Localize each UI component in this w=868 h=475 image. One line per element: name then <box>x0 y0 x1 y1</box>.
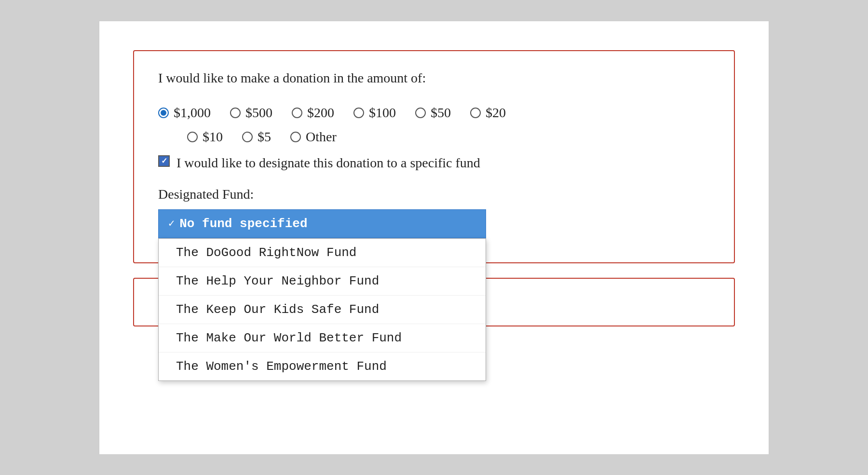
page-container: I would like to make a donation in the a… <box>99 21 769 455</box>
radio-200[interactable] <box>292 108 302 118</box>
fund-dropdown-options: The DoGood RightNow Fund The Help Your N… <box>158 238 486 381</box>
selected-fund-text: No fund specified <box>179 217 307 231</box>
designated-fund-label: Designated Fund: <box>158 187 710 202</box>
radio-1000[interactable] <box>158 108 169 118</box>
label-1000: $1,000 <box>174 105 211 121</box>
label-other: Other <box>306 129 337 145</box>
donation-title: I would like to make a donation in the a… <box>158 70 710 86</box>
radio-500[interactable] <box>230 108 241 118</box>
radio-20[interactable] <box>470 108 481 118</box>
amount-50[interactable]: $50 <box>415 105 451 121</box>
radio-50[interactable] <box>415 108 426 118</box>
fund-dropdown-container: ✓ No fund specified The DoGood RightNow … <box>158 209 486 238</box>
amount-1000[interactable]: $1,000 <box>158 105 211 121</box>
designate-checkbox[interactable] <box>158 155 170 167</box>
option-world-better[interactable]: The Make Our World Better Fund <box>159 324 486 353</box>
label-50: $50 <box>431 105 451 121</box>
donation-section: I would like to make a donation in the a… <box>133 50 735 263</box>
fund-dropdown-selected[interactable]: ✓ No fund specified <box>158 209 486 238</box>
label-200: $200 <box>307 105 334 121</box>
label-500: $500 <box>245 105 272 121</box>
amount-row-2: $10 $5 Other <box>158 129 710 145</box>
radio-100[interactable] <box>353 108 364 118</box>
label-100: $100 <box>369 105 396 121</box>
radio-10[interactable] <box>187 132 198 142</box>
amount-row-1: $1,000 $500 $200 $100 $50 $20 <box>158 105 710 121</box>
amount-200[interactable]: $200 <box>292 105 334 121</box>
amount-5[interactable]: $5 <box>242 129 271 145</box>
option-womens[interactable]: The Women's Empowerment Fund <box>159 353 486 380</box>
designate-checkbox-row[interactable]: I would like to designate this donation … <box>158 153 710 172</box>
selected-checkmark: ✓ <box>168 217 175 230</box>
designate-label: I would like to designate this donation … <box>176 153 480 172</box>
radio-5[interactable] <box>242 132 253 142</box>
amount-other[interactable]: Other <box>290 129 337 145</box>
label-10: $10 <box>203 129 223 145</box>
amount-500[interactable]: $500 <box>230 105 272 121</box>
amount-10[interactable]: $10 <box>187 129 223 145</box>
amount-100[interactable]: $100 <box>353 105 396 121</box>
amount-20[interactable]: $20 <box>470 105 506 121</box>
radio-other[interactable] <box>290 132 301 142</box>
label-5: $5 <box>258 129 271 145</box>
label-20: $20 <box>486 105 506 121</box>
option-help-neighbor[interactable]: The Help Your Neighbor Fund <box>159 267 486 296</box>
option-no-fund[interactable]: The DoGood RightNow Fund <box>159 239 486 267</box>
option-keep-kids[interactable]: The Keep Our Kids Safe Fund <box>159 296 486 324</box>
